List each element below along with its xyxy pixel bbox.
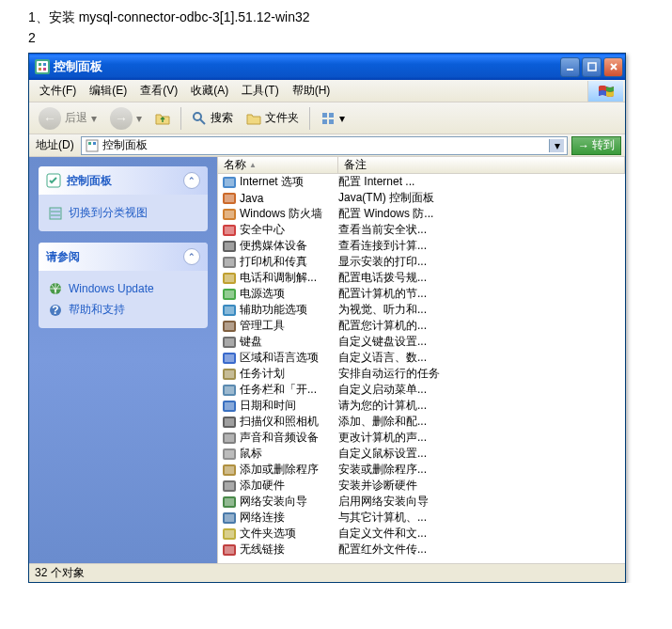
menu-view[interactable]: 查看(V) xyxy=(133,80,184,102)
address-dropdown[interactable]: ▾ xyxy=(549,139,564,152)
svg-rect-21 xyxy=(225,179,234,186)
item-name: Windows 防火墙 xyxy=(240,206,322,222)
sidebar-title: 请参阅 xyxy=(46,249,80,265)
menu-tools[interactable]: 工具(T) xyxy=(235,80,285,102)
list-item[interactable]: 辅助功能选项为视觉、听力和... xyxy=(218,302,625,318)
item-icon xyxy=(222,320,237,333)
list-item[interactable]: JavaJava(TM) 控制面板 xyxy=(218,190,625,206)
svg-rect-6 xyxy=(588,63,596,71)
list-item[interactable]: 任务栏和「开...自定义启动菜单... xyxy=(218,382,625,398)
list-item[interactable]: 安全中心查看当前安全状... xyxy=(218,222,625,238)
item-comment: 为视觉、听力和... xyxy=(338,302,625,318)
collapse-icon[interactable]: ⌃ xyxy=(183,172,200,189)
item-icon xyxy=(222,352,237,365)
statusbar: 32 个对象 xyxy=(29,563,625,582)
item-icon xyxy=(222,400,237,413)
up-button[interactable] xyxy=(149,105,176,132)
item-name: 添加硬件 xyxy=(240,478,285,494)
item-icon xyxy=(222,464,237,477)
views-icon xyxy=(320,111,336,126)
list-item[interactable]: 键盘自定义键盘设置... xyxy=(218,334,625,350)
link-label: 帮助和支持 xyxy=(69,302,125,318)
item-name: 网络安装向导 xyxy=(240,494,307,510)
svg-rect-2 xyxy=(43,63,46,66)
list-item[interactable]: 电源选项配置计算机的节... xyxy=(218,286,625,302)
list-item[interactable]: Internet 选项配置 Internet ... xyxy=(218,174,625,190)
list-item[interactable]: 无线链接配置红外文件传... xyxy=(218,542,625,558)
item-comment: 配置 Windows 防... xyxy=(338,206,625,222)
menubar: 文件(F) 编辑(E) 查看(V) 收藏(A) 工具(T) 帮助(H) xyxy=(29,80,625,102)
item-comment: 自定义文件和文... xyxy=(338,526,625,542)
item-name: 声音和音频设备 xyxy=(240,430,319,446)
search-button[interactable]: 搜索 xyxy=(186,105,239,132)
sidebar-header-seealso[interactable]: 请参阅 ⌃ xyxy=(39,243,208,271)
collapse-icon[interactable]: ⌃ xyxy=(183,248,200,265)
list-item[interactable]: Windows 防火墙配置 Windows 防... xyxy=(218,206,625,222)
item-name: 日期和时间 xyxy=(240,398,296,414)
address-input[interactable]: 控制面板 ▾ xyxy=(81,136,568,155)
forward-button: → ▾ xyxy=(104,105,148,132)
list-item[interactable]: 网络连接与其它计算机、... xyxy=(218,510,625,526)
minimize-button[interactable] xyxy=(560,57,580,77)
doc-line-2: 2 xyxy=(28,30,672,45)
maximize-button[interactable] xyxy=(582,57,602,77)
item-comment: 安排自动运行的任务 xyxy=(338,366,625,382)
folders-button[interactable]: 文件夹 xyxy=(241,105,305,132)
svg-rect-35 xyxy=(225,291,234,298)
list-item[interactable]: 电话和调制解...配置电话拨号规... xyxy=(218,270,625,286)
list-item[interactable]: 日期和时间请为您的计算机... xyxy=(218,398,625,414)
sidebar-link-windows-update[interactable]: Windows Update xyxy=(48,278,198,299)
svg-rect-47 xyxy=(225,386,234,394)
list-item[interactable]: 区域和语言选项自定义语言、数... xyxy=(218,350,625,366)
sidebar-header-control[interactable]: 控制面板 ⌃ xyxy=(39,166,208,195)
item-comment: 显示安装的打印... xyxy=(338,254,625,270)
titlebar[interactable]: 控制面板 xyxy=(29,54,625,80)
list-item[interactable]: 文件夹选项自定义文件和文... xyxy=(218,526,625,542)
list-item[interactable]: 声音和音频设备更改计算机的声... xyxy=(218,430,625,446)
list-item[interactable]: 任务计划安排自动运行的任务 xyxy=(218,366,625,382)
back-button: ← 后退 ▾ xyxy=(33,105,102,132)
list-item[interactable]: 鼠标自定义鼠标设置... xyxy=(218,446,625,462)
listview[interactable]: 名称 ▲ 备注 Internet 选项配置 Internet ...JavaJa… xyxy=(217,157,625,563)
column-name[interactable]: 名称 ▲ xyxy=(218,157,338,173)
item-icon xyxy=(222,511,237,525)
link-label: 切换到分类视图 xyxy=(69,205,148,221)
list-item[interactable]: 网络安装向导启用网络安装向导 xyxy=(218,494,625,510)
go-button[interactable]: → 转到 xyxy=(571,136,621,155)
menu-favorites[interactable]: 收藏(A) xyxy=(184,80,235,102)
list-item[interactable]: 添加硬件安装并诊断硬件 xyxy=(218,478,625,494)
svg-rect-67 xyxy=(225,546,234,554)
svg-rect-37 xyxy=(225,307,234,314)
sidebar-link-help[interactable]: ? 帮助和支持 xyxy=(48,299,198,321)
addressbar: 地址(D) 控制面板 ▾ → 转到 xyxy=(29,134,625,157)
svg-rect-0 xyxy=(37,61,48,72)
back-arrow-icon: ← xyxy=(39,107,61,130)
item-name: 网络连接 xyxy=(240,510,285,526)
list-item[interactable]: 打印机和传真显示安装的打印... xyxy=(218,254,625,270)
views-button[interactable]: ▾ xyxy=(315,105,351,132)
separator xyxy=(180,107,181,130)
close-button[interactable] xyxy=(603,57,623,77)
menu-edit[interactable]: 编辑(E) xyxy=(83,80,133,102)
svg-rect-63 xyxy=(225,514,234,522)
list-item[interactable]: 添加或删除程序安装或删除程序... xyxy=(218,462,625,478)
list-item[interactable]: 扫描仪和照相机添加、删除和配... xyxy=(218,414,625,430)
item-name: 辅助功能选项 xyxy=(240,302,307,318)
search-icon xyxy=(192,111,207,126)
sidebar-link-category-view[interactable]: 切换到分类视图 xyxy=(48,202,198,224)
column-comment[interactable]: 备注 xyxy=(338,157,625,173)
item-icon xyxy=(222,336,237,349)
item-comment: 与其它计算机、... xyxy=(338,510,625,526)
control-panel-icon xyxy=(85,138,100,153)
item-comment: 配置红外文件传... xyxy=(338,542,625,558)
list-item[interactable]: 管理工具配置您计算机的... xyxy=(218,318,625,334)
dropdown-icon: ▾ xyxy=(339,112,345,125)
item-name: 添加或删除程序 xyxy=(240,462,319,478)
item-comment: 配置 Internet ... xyxy=(338,174,625,190)
item-comment: 自定义启动菜单... xyxy=(338,382,625,398)
menu-help[interactable]: 帮助(H) xyxy=(286,80,337,102)
search-label: 搜索 xyxy=(211,110,233,126)
list-item[interactable]: 便携媒体设备查看连接到计算... xyxy=(218,238,625,254)
svg-rect-9 xyxy=(329,113,334,118)
menu-file[interactable]: 文件(F) xyxy=(33,80,83,102)
